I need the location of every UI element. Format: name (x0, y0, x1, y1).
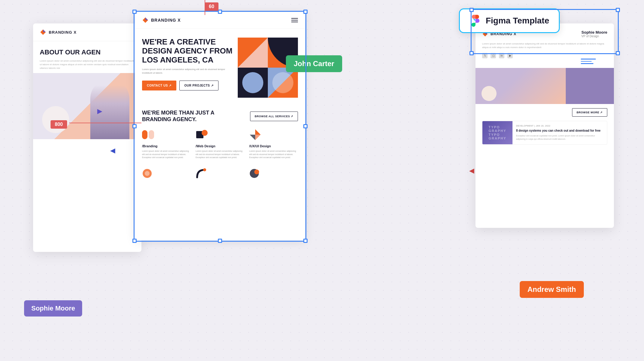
left-logo-diamond-icon (40, 29, 46, 35)
figma-menu-line-1 (581, 59, 596, 60)
twitter-icon[interactable]: 𝕏 (482, 53, 488, 58)
right-cursor-icon: ◀ (469, 167, 474, 175)
right-image-right (566, 68, 614, 104)
svg-point-24 (254, 170, 259, 174)
svg-rect-13 (142, 130, 147, 139)
left-about-title: ABOUT OUR AGEN (40, 48, 135, 56)
linkedin-icon[interactable]: in (499, 53, 504, 58)
youtube-icon[interactable]: ▶ (507, 53, 513, 58)
measure-60-badge: 60 (205, 2, 218, 11)
main-hero-title: WE'RE A CREATIVE DESIGN AGENCY FROM LOS … (142, 38, 233, 65)
svg-marker-19 (250, 135, 255, 140)
contact-us-button[interactable]: CONTACT US ↗ (142, 81, 176, 90)
right-image-strip (475, 68, 614, 104)
right-team-role: VP of Design (581, 35, 607, 38)
webdesign-name: /Web Design (196, 144, 244, 148)
main-mid-title: WE'RE MORE THAN JUST A BRANDING AGENCY. (142, 110, 217, 123)
left-logo-text: BRANDING X (49, 30, 76, 35)
measure-800-badge: 800 (51, 120, 67, 129)
left-image-bg: ◀ (33, 73, 141, 139)
right-blog-title: 8 design systems you can check out and d… (516, 129, 603, 133)
main-logo-text: BRANDING X (151, 18, 181, 23)
uxui-bottom-icon (249, 168, 260, 179)
main-hero-section: WE'RE A CREATIVE DESIGN AGENCY FROM LOS … (135, 29, 305, 98)
browse-more-button[interactable]: BROWSE MORE ↗ (572, 108, 607, 117)
right-team-info: Sophie Moore VP of Design (581, 30, 607, 38)
left-about-section: ABOUT OUR AGEN Lorem ipsum dolor sit ame… (33, 41, 141, 73)
figma-menu-line-3 (581, 63, 593, 64)
left-panel-image: ◀ (33, 73, 141, 139)
browse-all-services-button[interactable]: BROWSE ALL SERVICES ↗ (250, 112, 298, 121)
branding-icon (142, 129, 154, 141)
uxui-desc: Lorem ipsum dolor sit amet consectetur a… (249, 150, 298, 159)
our-projects-button[interactable]: OUR PROJECTS ↗ (179, 81, 219, 90)
instagram-icon[interactable]: ◻ (491, 53, 496, 58)
main-cursor-icon: ◀ (110, 147, 115, 154)
right-blog-text: Excepteur sint occaecat cupidatat non pr… (516, 134, 603, 141)
main-frame-nav: BRANDING X (135, 12, 305, 29)
left-cursor-icon: ◀ (97, 107, 102, 115)
figma-template-badge[interactable]: Figma Template (459, 8, 560, 33)
right-blog-meta: DEVELOPMENT | JAN 16, 2022 (516, 125, 603, 127)
left-panel: BRANDING X ABOUT OUR AGEN Lorem ipsum do… (33, 23, 141, 252)
right-team-name: Sophie Moore (581, 30, 607, 35)
main-services-bottom (135, 165, 305, 182)
horizontal-measure-line (69, 123, 141, 123)
svg-marker-18 (255, 135, 261, 140)
svg-point-12 (272, 72, 293, 93)
main-frame-logo: BRANDING X (142, 17, 181, 23)
svg-rect-14 (149, 130, 154, 139)
figma-badge-text: Figma Template (486, 16, 549, 26)
main-hero-text: WE'RE A CREATIVE DESIGN AGENCY FROM LOS … (142, 38, 233, 90)
webdesign-desc: Lorem ipsum dolor sit amet consectetur a… (196, 150, 244, 159)
figma-logo-icon (469, 15, 481, 27)
figma-menu-lines (581, 59, 596, 64)
john-carter-label: John Carter (286, 55, 342, 72)
hamburger-line-3 (291, 22, 298, 22)
service-uxui: /UX/UI Design Lorem ipsum dolor sit amet… (249, 129, 298, 159)
right-image-left (475, 68, 566, 104)
branding-bottom-icon (142, 168, 153, 179)
uxui-name: /UX/UI Design (249, 144, 298, 148)
svg-marker-17 (255, 129, 261, 135)
svg-marker-1 (43, 29, 46, 32)
right-blog-content: DEVELOPMENT | JAN 16, 2022 8 design syst… (512, 121, 607, 144)
branding-name: /Branding (142, 144, 191, 148)
hamburger-line-2 (291, 20, 298, 20)
right-blog-card: TYPOGRAPHYTYPOGRAPHY DEVELOPMENT | JAN 1… (482, 121, 607, 145)
webdesign-bottom-icon (196, 168, 206, 179)
svg-point-9 (242, 72, 263, 93)
svg-point-22 (203, 168, 206, 171)
service-webdesign: /Web Design Lorem ipsum dolor sit amet c… (196, 129, 244, 159)
andrew-smith-label: Andrew Smith (520, 281, 584, 298)
svg-point-21 (145, 171, 150, 176)
left-panel-header: BRANDING X (33, 23, 141, 41)
main-services-grid: /Branding Lorem ipsum dolor sit amet con… (135, 129, 305, 165)
hamburger-menu-icon[interactable] (291, 18, 298, 22)
right-social-links[interactable]: 𝕏 ◻ in ▶ (482, 53, 607, 58)
left-about-text: Lorem ipsum dolor sit amet consectetur a… (40, 59, 135, 70)
sophie-moore-label: Sophie Moore (24, 300, 82, 317)
main-logo-diamond-icon (142, 17, 149, 23)
right-blog-typo-bg: TYPOGRAPHYTYPOGRAPHY (488, 125, 506, 140)
figma-handle-tr[interactable] (616, 8, 620, 12)
left-image-circle (42, 106, 69, 133)
left-image-person (90, 79, 129, 139)
right-browse-more-area: BROWSE MORE ↗ (475, 104, 614, 121)
svg-point-16 (202, 130, 208, 136)
figma-handle-bl[interactable] (469, 51, 474, 55)
svg-marker-3 (145, 17, 148, 20)
right-about-text: Lorem ipsum dolor sit amet consectetur a… (482, 42, 607, 49)
main-hero-subtitle: Lorem ipsum dolor sit amet consectetur a… (142, 68, 233, 75)
main-mid-section: WE'RE MORE THAN JUST A BRANDING AGENCY. … (135, 101, 305, 129)
hamburger-line-1 (291, 18, 298, 19)
main-frame: BRANDING X WE'RE A CREATIVE DESIGN AGENC… (135, 12, 305, 240)
branding-desc: Lorem ipsum dolor sit amet consectetur a… (142, 150, 191, 159)
right-image-circle (481, 86, 497, 101)
uxui-icon (249, 129, 261, 141)
right-blog-image: TYPOGRAPHYTYPOGRAPHY (482, 121, 512, 144)
webdesign-icon (196, 129, 208, 141)
figma-handle-br[interactable] (616, 51, 620, 55)
main-hero-buttons: CONTACT US ↗ OUR PROJECTS ↗ (142, 81, 233, 90)
right-panel: BRANDING X Sophie Moore VP of Design Lor… (475, 23, 614, 228)
